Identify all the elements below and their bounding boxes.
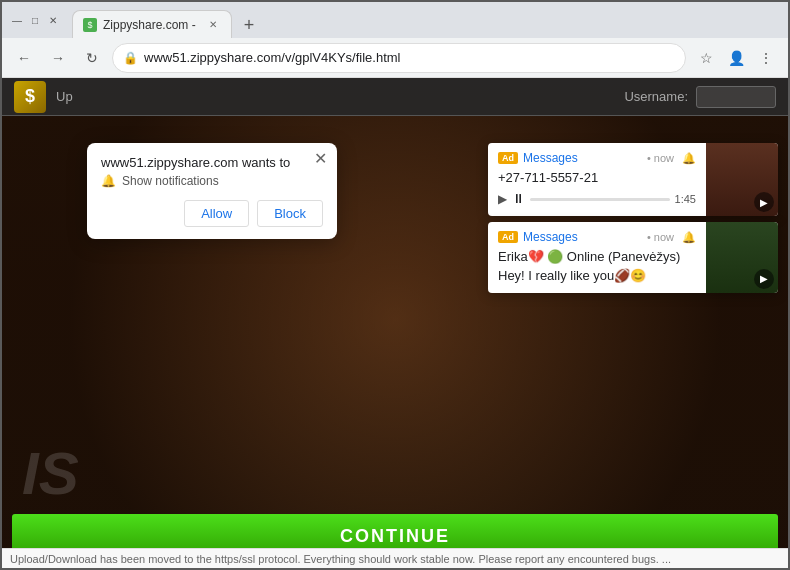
tab-bar: $ Zippyshare.com - ✕ +	[72, 2, 780, 38]
profile-button[interactable]: 👤	[722, 44, 750, 72]
page-header: $ Up Username:	[2, 78, 788, 116]
maximize-button[interactable]: □	[28, 13, 42, 27]
tab-favicon: $	[83, 18, 97, 32]
popup-close-button[interactable]: ✕	[314, 151, 327, 167]
ad-name-line: Erika💔 🟢 Online (Panevėžys)	[498, 248, 696, 266]
title-bar: — □ ✕ $ Zippyshare.com - ✕ +	[2, 2, 788, 38]
ad-content-2: Erika💔 🟢 Online (Panevėžys) Hey! I reall…	[498, 248, 696, 284]
page-content: $ Up Username: IS CONTINUE ✕ www51.zippy…	[2, 78, 788, 568]
ad-audio: ▶ ⏸ 1:45	[498, 190, 696, 208]
header-user: Username:	[624, 86, 776, 108]
ad-message-line: Hey! I really like you🏈😊	[498, 267, 696, 285]
active-tab[interactable]: $ Zippyshare.com - ✕	[72, 10, 232, 38]
ad-time-1: • now	[647, 152, 674, 164]
nav-actions: ☆ 👤 ⋮	[692, 44, 780, 72]
new-tab-button[interactable]: +	[236, 12, 262, 38]
ad-card-2[interactable]: Ad Messages • now 🔔 Erika💔 🟢 Online (Pan…	[488, 222, 778, 292]
popup-subtitle-text: Show notifications	[122, 174, 219, 188]
site-logo: $	[14, 81, 46, 113]
ad-source-2: Messages	[523, 230, 578, 244]
status-bar: Upload/Download has been moved to the ht…	[2, 548, 788, 568]
ad-notifications: Ad Messages • now 🔔 +27-711-5557-21 ▶ ⏸ …	[488, 143, 778, 293]
pause-icon: ⏸	[512, 190, 525, 208]
tab-title: Zippyshare.com -	[103, 18, 196, 32]
ad-card-1-body: Ad Messages • now 🔔 +27-711-5557-21 ▶ ⏸ …	[488, 143, 706, 216]
username-label: Username:	[624, 89, 688, 104]
address-bar[interactable]: 🔒 www51.zippyshare.com/v/gplV4KYs/file.h…	[112, 43, 686, 73]
ad-content-1: +27-711-5557-21 ▶ ⏸ 1:45	[498, 169, 696, 208]
ad-source-1: Messages	[523, 151, 578, 165]
audio-bar[interactable]	[530, 198, 670, 201]
ad-phone: +27-711-5557-21	[498, 169, 696, 187]
ad-img-action-2[interactable]: ▶	[754, 269, 774, 289]
ad-card-1-header: Ad Messages • now 🔔	[498, 151, 696, 165]
window-controls: — □ ✕	[10, 13, 60, 27]
back-button[interactable]: ←	[10, 44, 38, 72]
ad-bell-1: 🔔	[682, 152, 696, 165]
ad-badge-2: Ad	[498, 231, 518, 243]
notification-popup: ✕ www51.zippyshare.com wants to 🔔 Show n…	[87, 143, 337, 239]
page-nav-text: Up	[56, 89, 73, 104]
ad-card-2-body: Ad Messages • now 🔔 Erika💔 🟢 Online (Pan…	[488, 222, 706, 292]
tab-close-button[interactable]: ✕	[205, 17, 221, 33]
ad-time-2: • now	[647, 231, 674, 243]
menu-button[interactable]: ⋮	[752, 44, 780, 72]
forward-button[interactable]: →	[44, 44, 72, 72]
ad-card-img-1: ▶	[706, 143, 778, 216]
audio-time: 1:45	[675, 192, 696, 207]
bookmark-button[interactable]: ☆	[692, 44, 720, 72]
username-input[interactable]	[696, 86, 776, 108]
status-text: Upload/Download has been moved to the ht…	[10, 553, 671, 565]
allow-button[interactable]: Allow	[184, 200, 249, 227]
block-button[interactable]: Block	[257, 200, 323, 227]
url-text: www51.zippyshare.com/v/gplV4KYs/file.htm…	[144, 50, 675, 65]
reload-button[interactable]: ↻	[78, 44, 106, 72]
minimize-button[interactable]: —	[10, 13, 24, 27]
popup-buttons: Allow Block	[101, 200, 323, 227]
play-icon[interactable]: ▶	[498, 191, 507, 208]
ad-card-2-header: Ad Messages • now 🔔	[498, 230, 696, 244]
ad-badge-1: Ad	[498, 152, 518, 164]
popup-title: www51.zippyshare.com wants to	[101, 155, 307, 170]
ad-bell-2: 🔔	[682, 231, 696, 244]
popup-subtitle: 🔔 Show notifications	[101, 174, 323, 188]
close-button[interactable]: ✕	[46, 13, 60, 27]
nav-bar: ← → ↻ 🔒 www51.zippyshare.com/v/gplV4KYs/…	[2, 38, 788, 78]
ad-img-action-1[interactable]: ▶	[754, 192, 774, 212]
lock-icon: 🔒	[123, 51, 138, 65]
browser-frame: — □ ✕ $ Zippyshare.com - ✕ + ← → ↻ 🔒 www…	[0, 0, 790, 570]
ad-card-1[interactable]: Ad Messages • now 🔔 +27-711-5557-21 ▶ ⏸ …	[488, 143, 778, 216]
notification-icon: 🔔	[101, 174, 116, 188]
ad-card-img-2: ▶	[706, 222, 778, 292]
